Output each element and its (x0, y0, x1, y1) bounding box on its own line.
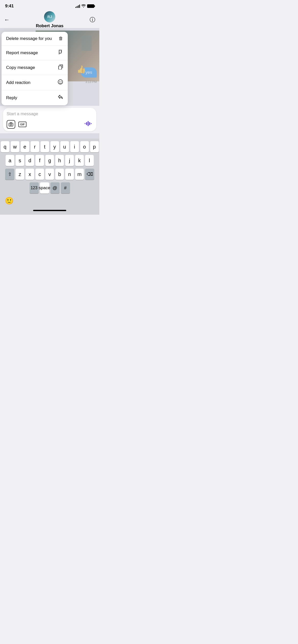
key-w[interactable]: w (11, 141, 19, 152)
gif-button[interactable]: GIF (18, 122, 26, 127)
add-reaction-label: Add reaction (6, 80, 30, 85)
backspace-key[interactable]: ⌫ (85, 169, 94, 180)
contact-name: Robert Jonas (36, 23, 64, 28)
report-message-option[interactable]: Report message (2, 46, 68, 60)
keyboard-row-2: a s d f g h j k l (1, 155, 99, 166)
key-e[interactable]: e (21, 141, 29, 152)
space-key[interactable]: space (40, 182, 49, 194)
key-o[interactable]: o (80, 141, 89, 152)
reply-option[interactable]: Reply (2, 90, 68, 105)
svg-rect-2 (59, 66, 62, 69)
key-y[interactable]: y (50, 141, 59, 152)
back-button[interactable]: ← (4, 17, 13, 23)
delete-message-option[interactable]: Delete message for you 🗑 (2, 32, 68, 46)
photo-button[interactable] (7, 120, 15, 129)
keyboard-row-4: 123 space @ # (1, 182, 99, 196)
signal-icon (75, 4, 80, 8)
key-t[interactable]: t (40, 141, 49, 152)
avatar: RJ (44, 11, 55, 22)
battery-icon (87, 4, 94, 8)
home-bar (33, 210, 66, 211)
key-a[interactable]: a (6, 155, 14, 166)
input-actions: GIF (7, 120, 93, 129)
key-d[interactable]: d (25, 155, 34, 166)
key-n[interactable]: n (65, 169, 74, 180)
key-q[interactable]: q (1, 141, 9, 152)
key-f[interactable]: f (35, 155, 44, 166)
flag-icon (58, 50, 63, 56)
app-wrapper: 9:41 ← (0, 0, 99, 215)
message-input-box: Start a message GIF (3, 108, 96, 131)
copy-message-label: Copy message (6, 65, 35, 70)
svg-text:RJ: RJ (47, 15, 52, 19)
voice-button[interactable] (85, 121, 93, 128)
key-b[interactable]: b (55, 169, 64, 180)
report-message-label: Report message (6, 50, 38, 55)
shift-key[interactable]: ⇧ (5, 169, 14, 180)
contact-info[interactable]: RJ Robert Jonas (36, 11, 64, 28)
copy-icon (58, 64, 63, 71)
wifi-icon (82, 4, 86, 8)
at-key[interactable]: @ (50, 182, 60, 194)
emoji-button[interactable]: 🙂 (3, 197, 16, 205)
svg-rect-15 (91, 123, 92, 124)
keyboard: q w e r t y u i o p a s d f g h j k l ⇧ … (0, 139, 99, 206)
svg-point-10 (10, 124, 12, 125)
key-v[interactable]: v (45, 169, 54, 180)
svg-rect-9 (9, 123, 13, 126)
svg-point-5 (59, 81, 60, 82)
key-g[interactable]: g (45, 155, 54, 166)
key-c[interactable]: c (35, 169, 44, 180)
home-indicator-area (0, 206, 99, 215)
key-m[interactable]: m (75, 169, 84, 180)
svg-point-4 (58, 80, 63, 84)
emoji-icon (58, 79, 63, 86)
svg-rect-14 (89, 122, 90, 125)
copy-message-option[interactable]: Copy message (2, 60, 68, 75)
hash-key[interactable]: # (61, 182, 70, 194)
message-input-area: Start a message GIF (0, 106, 99, 133)
key-x[interactable]: x (25, 169, 34, 180)
key-z[interactable]: z (16, 169, 24, 180)
trash-icon: 🗑 (59, 36, 63, 41)
svg-rect-11 (85, 123, 86, 124)
status-time: 9:41 (5, 4, 14, 9)
keyboard-row-1: q w e r t y u i o p (1, 141, 99, 152)
keyboard-row-3: ⇧ z x c v b n m ⌫ (1, 169, 99, 180)
keyboard-emoji-bar: 🙂 (1, 196, 99, 206)
key-s[interactable]: s (16, 155, 24, 166)
context-menu: Delete message for you 🗑 Report message … (2, 32, 68, 105)
message-placeholder[interactable]: Start a message (7, 110, 93, 118)
reply-icon (58, 94, 63, 101)
key-k[interactable]: k (75, 155, 84, 166)
svg-point-6 (61, 81, 62, 82)
delete-message-label: Delete message for you (6, 36, 52, 41)
numbers-key[interactable]: 123 (30, 182, 39, 194)
key-p[interactable]: p (90, 141, 99, 152)
add-reaction-option[interactable]: Add reaction (2, 75, 68, 90)
key-r[interactable]: r (31, 141, 39, 152)
nav-bar: ← RJ (0, 10, 99, 31)
svg-rect-12 (86, 122, 87, 125)
key-u[interactable]: u (60, 141, 69, 152)
key-l[interactable]: l (85, 155, 94, 166)
header-section: 9:41 ← (0, 0, 99, 31)
key-h[interactable]: h (55, 155, 64, 166)
status-bar: 9:41 (0, 0, 99, 10)
avatar-image: RJ (44, 11, 55, 22)
info-button[interactable]: ⓘ (86, 16, 95, 24)
svg-rect-13 (88, 121, 89, 126)
status-icons (75, 4, 94, 8)
key-j[interactable]: j (65, 155, 74, 166)
key-i[interactable]: i (70, 141, 79, 152)
reply-label: Reply (6, 95, 17, 100)
